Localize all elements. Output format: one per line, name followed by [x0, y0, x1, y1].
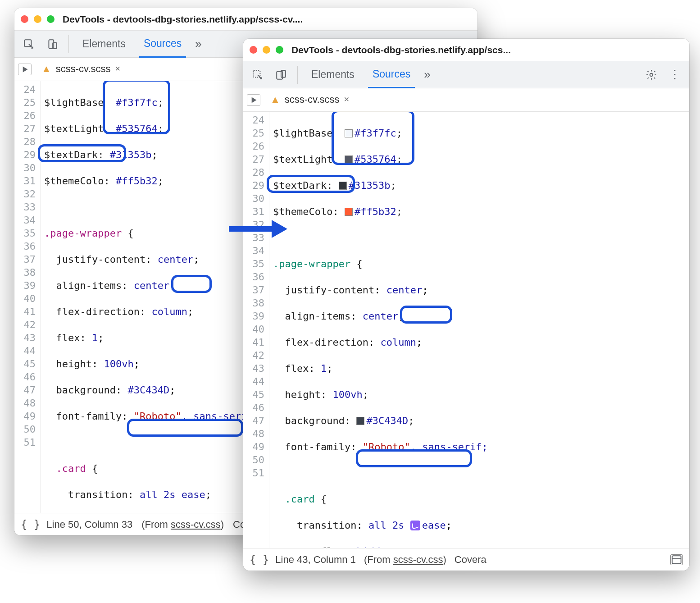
code-text: all: [140, 489, 158, 500]
cursor-position: Line 50, Column 33: [46, 519, 132, 530]
tab-elements[interactable]: Elements: [78, 31, 130, 58]
window-title: DevTools - devtools-dbg-stories.netlify.…: [291, 45, 511, 55]
titlebar[interactable]: DevTools - devtools-dbg-stories.netlify.…: [14, 8, 477, 31]
code-text: center: [363, 311, 398, 322]
source-link[interactable]: scss-cv.css: [393, 554, 443, 565]
code-text: ease: [422, 520, 446, 531]
code-text: .card: [285, 493, 315, 505]
file-tab-scss[interactable]: ▲ scss-cv.scss ×: [38, 58, 124, 81]
navigator-toggle-icon[interactable]: [18, 64, 32, 75]
svg-rect-11: [672, 556, 681, 563]
inspect-icon[interactable]: [22, 37, 36, 51]
code-text: #ff5b32: [355, 206, 396, 217]
code-text: column: [380, 337, 416, 348]
code-text: $textLight: [44, 123, 104, 134]
color-swatch-icon[interactable]: [345, 208, 353, 216]
zoom-icon[interactable]: [276, 46, 283, 54]
color-swatch-icon[interactable]: [339, 182, 347, 190]
inspect-icon[interactable]: [250, 68, 265, 82]
close-tab-icon[interactable]: ×: [344, 94, 350, 105]
source-link[interactable]: scss-cv.css: [171, 519, 221, 530]
code-text: #31353b: [110, 149, 152, 160]
coverage-label[interactable]: Covera: [455, 554, 486, 566]
code-text: font-family: [56, 411, 122, 422]
code-text: background: [56, 384, 116, 396]
code-text: font-family: [285, 441, 351, 452]
code-editor[interactable]: 2425262728293031323334353637383940414243…: [243, 112, 689, 548]
code-text: 1: [92, 332, 98, 343]
code-text: background: [285, 415, 345, 426]
tab-sources[interactable]: Sources: [368, 61, 415, 88]
format-icon[interactable]: { }: [250, 553, 269, 566]
svg-marker-1: [272, 220, 287, 238]
warning-icon: ▲: [41, 63, 51, 75]
file-tab-scss[interactable]: ▲ scss-cv.scss ×: [267, 88, 353, 111]
code-text: $themeColo: [44, 175, 104, 187]
navigator-toggle-icon[interactable]: [247, 94, 260, 106]
svg-point-9: [650, 73, 653, 76]
color-swatch-icon[interactable]: [356, 417, 364, 425]
close-tab-icon[interactable]: ×: [115, 64, 121, 74]
code-text: $textLight: [273, 154, 332, 165]
minimize-icon[interactable]: [34, 15, 41, 23]
titlebar[interactable]: DevTools - devtools-dbg-stories.netlify.…: [243, 39, 689, 61]
more-tabs-icon[interactable]: »: [424, 68, 430, 82]
code-text: justify-content: [56, 254, 146, 265]
code-text: center: [158, 254, 193, 265]
code-area[interactable]: $lightBase #f3f7fc; $textLight #535764; …: [269, 112, 689, 548]
status-text: ): [443, 554, 446, 565]
bezier-editor-icon[interactable]: [410, 521, 420, 530]
code-text: ease: [182, 489, 205, 500]
code-text: , sans-seri: [182, 411, 247, 422]
code-text: #ff5b32: [116, 175, 158, 187]
comparison-arrow: [229, 219, 287, 239]
code-text: #535764: [355, 154, 396, 165]
divider: [297, 66, 298, 84]
code-text: {: [122, 228, 134, 239]
settings-icon[interactable]: [644, 68, 659, 82]
code-text: #3C434D: [366, 415, 408, 426]
color-swatch-icon[interactable]: [345, 155, 353, 164]
code-text: 2s: [392, 520, 405, 531]
console-drawer-icon[interactable]: [670, 554, 683, 565]
warning-icon: ▲: [270, 94, 280, 105]
code-text: {: [315, 493, 327, 505]
svg-rect-7: [277, 71, 282, 79]
code-text: #3C434D: [127, 384, 169, 396]
minimize-icon[interactable]: [263, 46, 270, 54]
svg-marker-10: [252, 97, 257, 103]
device-icon[interactable]: [45, 37, 59, 51]
code-text: flex: [285, 363, 309, 374]
line-gutter: 2425262728293031323334353637383940414243…: [243, 112, 269, 548]
kebab-icon[interactable]: ⋮: [668, 68, 682, 82]
svg-marker-5: [23, 66, 28, 72]
device-icon[interactable]: [274, 68, 288, 82]
code-text: $lightBase: [44, 97, 104, 108]
code-text: 100vh: [332, 389, 362, 400]
color-swatch-icon[interactable]: [345, 129, 353, 137]
tab-sources[interactable]: Sources: [139, 31, 186, 58]
cursor-position: Line 43, Column 1: [275, 554, 356, 566]
code-text: height: [285, 389, 321, 400]
more-tabs-icon[interactable]: »: [195, 37, 201, 51]
code-text: overflow: [297, 546, 345, 548]
code-text: flex-direction: [285, 337, 368, 348]
code-text: 2s: [164, 489, 176, 500]
zoom-icon[interactable]: [47, 15, 55, 23]
code-text: flex: [56, 332, 80, 343]
code-text: {: [86, 463, 98, 474]
close-icon[interactable]: [21, 15, 28, 23]
code-text: 100vh: [104, 358, 133, 370]
format-icon[interactable]: { }: [21, 518, 40, 531]
line-gutter: 2425262728293031323334353637383940414243…: [14, 81, 41, 513]
status-text: ): [221, 519, 224, 530]
code-text: .page-wrapper: [44, 228, 122, 239]
code-text: , sans-serif;: [410, 441, 488, 452]
window-title: DevTools - devtools-dbg-stories.netlify.…: [63, 14, 303, 25]
code-text: $textDark:: [44, 149, 104, 160]
tab-elements[interactable]: Elements: [307, 61, 359, 88]
code-text: $lightBase: [273, 128, 332, 139]
main-toolbar: Elements Sources » ⋮: [243, 61, 689, 88]
code-text: #f3f7fc: [116, 97, 158, 108]
close-icon[interactable]: [250, 46, 257, 54]
